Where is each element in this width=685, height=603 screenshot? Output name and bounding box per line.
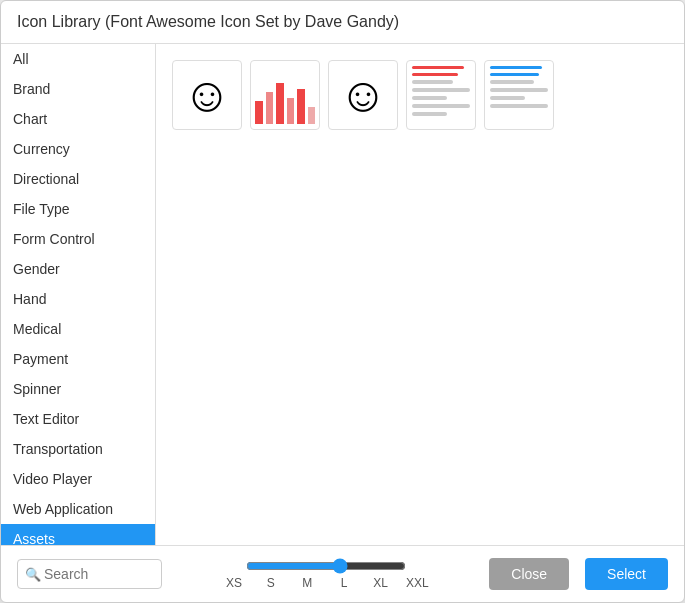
close-button[interactable]: Close — [489, 558, 569, 590]
sidebar-item-all[interactable]: All — [1, 44, 155, 74]
size-slider-row — [178, 558, 473, 574]
dialog-footer: 🔍 XS S M L XL XXL Close Select — [1, 546, 684, 602]
sidebar-item-hand[interactable]: Hand — [1, 284, 155, 314]
sidebar-item-assets[interactable]: Assets — [1, 524, 155, 545]
size-xs: XS — [216, 576, 253, 590]
sidebar-item-gender[interactable]: Gender — [1, 254, 155, 284]
size-xxl: XXL — [399, 576, 436, 590]
search-icon: 🔍 — [25, 567, 41, 582]
bar — [276, 83, 284, 124]
bar — [287, 98, 295, 124]
line — [490, 96, 525, 100]
line — [412, 112, 447, 116]
icon-item[interactable]: ☺ — [328, 60, 398, 130]
size-xl: XL — [362, 576, 399, 590]
line — [490, 80, 534, 84]
line — [412, 104, 470, 108]
size-labels: XS S M L XL XXL — [216, 576, 436, 590]
icon-item[interactable] — [250, 60, 320, 130]
sidebar-item-currency[interactable]: Currency — [1, 134, 155, 164]
sidebar-item-payment[interactable]: Payment — [1, 344, 155, 374]
sidebar-item-spinner[interactable]: Spinner — [1, 374, 155, 404]
line — [490, 88, 548, 92]
sidebar-item-web-application[interactable]: Web Application — [1, 494, 155, 524]
screenshot-thumb — [252, 62, 318, 128]
bar — [308, 107, 316, 124]
screenshot-thumb-3 — [486, 62, 552, 128]
bar — [297, 89, 305, 124]
sidebar-item-video-player[interactable]: Video Player — [1, 464, 155, 494]
dialog-title: Icon Library (Font Awesome Icon Set by D… — [1, 1, 684, 44]
line — [412, 96, 447, 100]
sidebar-item-brand[interactable]: Brand — [1, 74, 155, 104]
smiley-icon-2: ☺ — [338, 71, 387, 119]
icon-library-dialog: Icon Library (Font Awesome Icon Set by D… — [0, 0, 685, 603]
line — [490, 66, 542, 69]
line — [412, 73, 458, 76]
sidebar-item-transportation[interactable]: Transportation — [1, 434, 155, 464]
icons-content-area: ☺ ☺ — [156, 44, 684, 545]
icon-item[interactable] — [484, 60, 554, 130]
screenshot-thumb-2 — [408, 62, 474, 128]
dialog-body: AllBrandChartCurrencyDirectionalFile Typ… — [1, 44, 684, 546]
category-sidebar: AllBrandChartCurrencyDirectionalFile Typ… — [1, 44, 156, 545]
line — [412, 80, 453, 84]
sidebar-item-form-control[interactable]: Form Control — [1, 224, 155, 254]
sidebar-item-directional[interactable]: Directional — [1, 164, 155, 194]
size-l: L — [326, 576, 363, 590]
icon-item[interactable]: ☺ — [172, 60, 242, 130]
sidebar-item-medical[interactable]: Medical — [1, 314, 155, 344]
size-m: M — [289, 576, 326, 590]
size-selector: XS S M L XL XXL — [178, 558, 473, 590]
sidebar-item-file-type[interactable]: File Type — [1, 194, 155, 224]
line — [412, 66, 464, 69]
sidebar-item-text-editor[interactable]: Text Editor — [1, 404, 155, 434]
icon-item[interactable] — [406, 60, 476, 130]
bar — [266, 92, 274, 124]
size-slider[interactable] — [246, 558, 406, 574]
size-s: S — [252, 576, 289, 590]
smiley-icon: ☺ — [182, 71, 231, 119]
line — [490, 104, 548, 108]
line — [412, 88, 470, 92]
select-button[interactable]: Select — [585, 558, 668, 590]
bar — [255, 101, 263, 124]
line — [490, 73, 539, 76]
sidebar-item-chart[interactable]: Chart — [1, 104, 155, 134]
search-wrap: 🔍 — [17, 559, 162, 589]
